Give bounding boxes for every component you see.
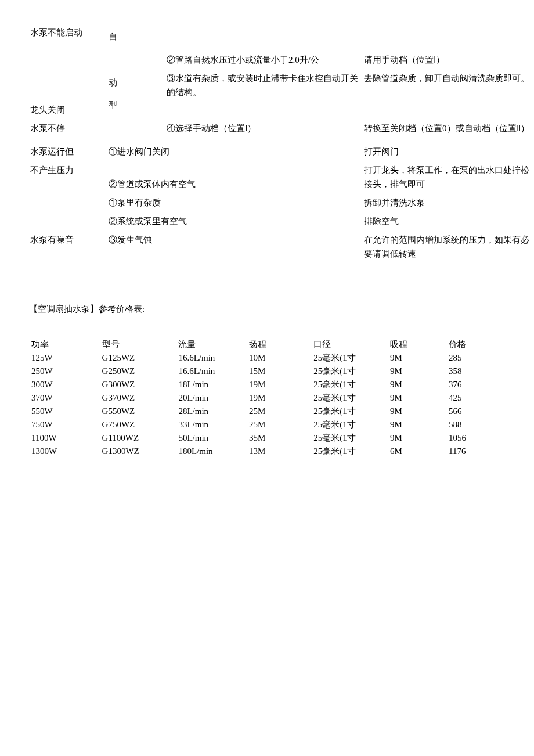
solution-text: 去除管道杂质，卸开自动阀清洗杂质即可。	[363, 69, 534, 88]
table-cell: 6M	[388, 445, 446, 458]
table-cell: 9M	[388, 418, 446, 431]
table-cell: 20L/min	[176, 391, 247, 405]
cause-text: ①进水阀门关闭	[107, 138, 363, 161]
table-cell: 25毫米(1寸	[311, 405, 388, 418]
table-cell: 25毫米(1寸	[311, 391, 388, 405]
table-header-row: 功率 型号 流量 扬程 口径 吸程 价格	[29, 338, 505, 351]
table-row: 300WG300WZ18L/min19M25毫米(1寸9M376	[29, 378, 505, 391]
table-cell: 285	[446, 351, 505, 365]
table-cell: 19M	[247, 391, 311, 405]
table-cell: 25毫米(1寸	[311, 365, 388, 378]
troubleshoot-table: 水泵不能启动 自 ②管路自然水压过小或流量小于2.0升/公 请用手动档（位置Ⅰ）…	[29, 23, 505, 263]
table-cell: 35M	[247, 431, 311, 445]
blank	[363, 23, 534, 28]
table-row: 250WG250WZ16.6L/min15M25毫米(1寸9M358	[29, 365, 505, 378]
section-title: 【空调扇抽水泵】参考价格表:	[29, 304, 505, 315]
blank	[29, 212, 107, 217]
table-cell: 1056	[446, 431, 505, 445]
table-cell: 750W	[29, 418, 100, 431]
table-cell: 16.6L/min	[176, 351, 247, 365]
table-cell: 370W	[29, 391, 100, 405]
table-cell: 25M	[247, 405, 311, 418]
table-cell: 25M	[247, 418, 311, 431]
table-row: 550WG550WZ28L/min25M25毫米(1寸9M566	[29, 405, 505, 418]
table-cell: G550WZ	[100, 405, 176, 418]
table-cell: 1176	[446, 445, 505, 458]
table-cell: G125WZ	[100, 351, 176, 365]
table-cell: 9M	[388, 365, 446, 378]
table-cell: 425	[446, 391, 505, 405]
fault-label: 龙头关闭	[29, 100, 107, 119]
table-cell: 15M	[247, 365, 311, 378]
table-cell: 9M	[388, 351, 446, 365]
table-cell: G1100WZ	[100, 431, 176, 445]
cause-text: ③发生气蚀	[107, 231, 363, 249]
table-row: 750WG750WZ33L/min25M25毫米(1寸9M588	[29, 418, 505, 431]
solution-text: 在允许的范围内增加系统的压力，如果有必要请调低转速	[363, 231, 534, 263]
solution-text: 请用手动档（位置Ⅰ）	[363, 51, 534, 69]
table-cell: 9M	[388, 378, 446, 391]
fault-label: 水泵有噪音	[29, 231, 107, 249]
price-table: 功率 型号 流量 扬程 口径 吸程 价格 125WG125WZ16.6L/min…	[29, 338, 505, 458]
table-cell: 550W	[29, 405, 100, 418]
table-cell: 25毫米(1寸	[311, 351, 388, 365]
table-cell: 50L/min	[176, 431, 247, 445]
table-cell: 10M	[247, 351, 311, 365]
type-label-top: 自	[107, 23, 165, 51]
type-char: 动	[109, 78, 117, 87]
table-cell: 13M	[247, 445, 311, 458]
table-row: 125WG125WZ16.6L/min10M25毫米(1寸9M285	[29, 351, 505, 365]
table-cell: G750WZ	[100, 418, 176, 431]
table-cell: 1300W	[29, 445, 100, 458]
table-cell: 25毫米(1寸	[311, 378, 388, 391]
table-cell: 300W	[29, 378, 100, 391]
table-cell: 358	[446, 365, 505, 378]
fault-label: 水泵不停	[29, 119, 107, 138]
table-cell: 16.6L/min	[176, 365, 247, 378]
table-cell: 1100W	[29, 431, 100, 445]
table-cell: G370WZ	[100, 391, 176, 405]
fault-label: 水泵不能启动	[29, 23, 107, 42]
table-cell: 28L/min	[176, 405, 247, 418]
table-cell: 250W	[29, 365, 100, 378]
table-cell: 566	[446, 405, 505, 418]
solution-text: 转换至关闭档（位置0）或自动档（位置Ⅱ）	[363, 119, 534, 138]
table-cell: 25毫米(1寸	[311, 431, 388, 445]
th-suction: 吸程	[388, 338, 446, 351]
table-cell: 9M	[388, 391, 446, 405]
table-cell: 376	[446, 378, 505, 391]
table-cell: 588	[446, 418, 505, 431]
table-cell: 25毫米(1寸	[311, 445, 388, 458]
table-cell: 9M	[388, 405, 446, 418]
cause-text: ②管道或泵体内有空气	[107, 175, 363, 193]
th-price: 价格	[446, 338, 505, 351]
th-model: 型号	[100, 338, 176, 351]
table-cell: 125W	[29, 351, 100, 365]
cause-text: ①泵里有杂质	[107, 193, 363, 212]
table-row: 1300WG1300WZ180L/min13M25毫米(1寸6M1176	[29, 445, 505, 458]
blank	[29, 193, 107, 198]
table-cell: G1300WZ	[100, 445, 176, 458]
blank	[29, 51, 107, 55]
table-row: 1100WG1100WZ50L/min35M25毫米(1寸9M1056	[29, 431, 505, 445]
solution-text: 拆卸并清洗水泵	[363, 193, 534, 212]
blank	[107, 119, 165, 124]
th-flow: 流量	[176, 338, 247, 351]
solution-text: 打开龙头，将泵工作，在泵的出水口处拧松接头，排气即可	[363, 161, 534, 193]
table-cell: 18L/min	[176, 378, 247, 391]
table-cell: 19M	[247, 378, 311, 391]
table-cell: 9M	[388, 431, 446, 445]
type-char: 型	[109, 100, 117, 110]
cause-text: ③水道有杂质，或安装时止滞带卡住水控自动开关的结构。	[165, 69, 363, 102]
th-power: 功率	[29, 338, 100, 351]
blank	[107, 51, 165, 55]
table-cell: 25毫米(1寸	[311, 418, 388, 431]
fault-label: 不产生压力	[29, 161, 107, 179]
cause-text: ②管路自然水压过小或流量小于2.0升/公	[165, 51, 363, 69]
table-cell: 180L/min	[176, 445, 247, 458]
th-head: 扬程	[247, 338, 311, 351]
solution-text: 排除空气	[363, 212, 534, 231]
cause-text: ②系统或泵里有空气	[107, 212, 363, 231]
table-row: 370WG370WZ20L/min19M25毫米(1寸9M425	[29, 391, 505, 405]
table-cell: G250WZ	[100, 365, 176, 378]
